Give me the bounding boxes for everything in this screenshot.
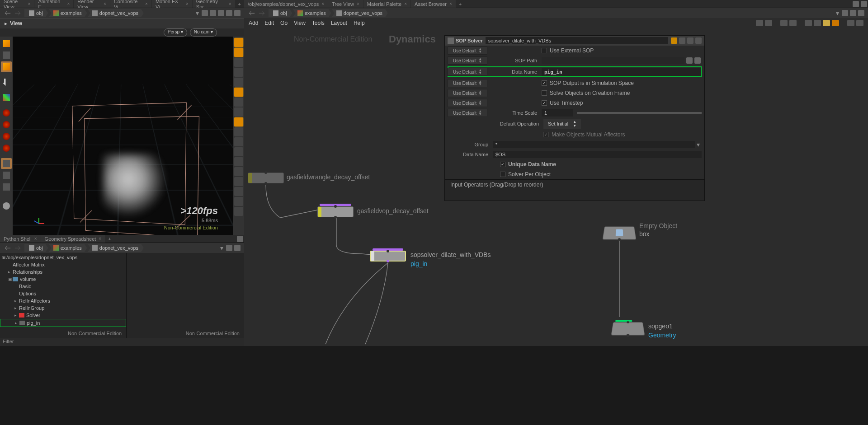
menu-icon-2[interactable]: [765, 20, 772, 26]
rtool-15[interactable]: [234, 177, 243, 186]
info-icon[interactable]: [856, 20, 863, 26]
default-toggle-2[interactable]: Use Default▲▼: [448, 56, 487, 65]
tool-snap3[interactable]: [1, 131, 12, 142]
menu-view[interactable]: View: [294, 20, 306, 26]
rtool-light-icon[interactable]: [234, 88, 243, 97]
script-icon[interactable]: [679, 37, 685, 44]
tree-crumb-dopnet[interactable]: dopnet_vex_vops: [88, 244, 144, 252]
rtool-18[interactable]: [234, 207, 243, 216]
sop-path-picker-icon[interactable]: [686, 57, 693, 64]
tool-snap1[interactable]: [1, 107, 12, 118]
menu-icon-3[interactable]: [780, 20, 788, 26]
check-unique[interactable]: ✓: [500, 162, 505, 167]
check-mutual[interactable]: ✓: [543, 132, 549, 137]
nocam-button[interactable]: No cam ▾: [190, 28, 217, 37]
tree-options[interactable]: Options: [0, 290, 126, 297]
node-emptyobject[interactable]: [603, 226, 637, 239]
tree-root[interactable]: ▣/obj/examples/dopnet_vex_vops: [0, 254, 126, 261]
check-use-timestep[interactable]: ✓: [542, 100, 547, 106]
tab-anim-editor[interactable]: Animation E…×: [34, 0, 73, 8]
net-link-icon[interactable]: [850, 10, 856, 16]
slider-time-scale[interactable]: [577, 112, 702, 114]
tab-scene-view[interactable]: Scene View×: [0, 0, 34, 8]
check-solver-per[interactable]: [500, 172, 505, 177]
node-gasfieldvop[interactable]: [317, 206, 354, 217]
rtool-14[interactable]: [234, 167, 243, 176]
tree-pin-icon[interactable]: [226, 245, 232, 251]
menu-icon-7[interactable]: [823, 20, 830, 26]
menu-icon-1[interactable]: [756, 20, 763, 26]
nav-fwd-icon[interactable]: 🡢: [13, 9, 23, 17]
rtool-11[interactable]: [234, 137, 243, 146]
rtool-16[interactable]: [234, 187, 243, 196]
tool-box[interactable]: [1, 50, 12, 61]
tree-relationships[interactable]: ▸Relationships: [0, 268, 126, 276]
rtool-5[interactable]: [234, 78, 243, 87]
tool-stack3[interactable]: [1, 182, 12, 192]
field-data-name2[interactable]: $OS: [493, 151, 702, 158]
menu-add[interactable]: Add: [249, 20, 258, 26]
check-solve-creation[interactable]: [542, 90, 547, 96]
menu-go[interactable]: Go: [280, 20, 288, 26]
nav-dropdown-icon[interactable]: ▾: [194, 9, 201, 17]
rtool-12[interactable]: [234, 147, 243, 156]
field-time-scale[interactable]: 1: [542, 109, 573, 117]
net-expand-icon[interactable]: [853, 1, 859, 7]
sop-path-jump-icon[interactable]: [694, 57, 701, 64]
field-data-name[interactable]: pig_in: [542, 68, 701, 76]
menu-icon-5[interactable]: [805, 20, 812, 26]
rtool-7[interactable]: [234, 98, 243, 107]
tree-affector[interactable]: Affector Matrix: [0, 261, 126, 268]
pin-icon[interactable]: [202, 10, 208, 16]
net-close-icon[interactable]: [861, 1, 867, 7]
tree-solver[interactable]: ▸Solver: [0, 312, 126, 319]
tree-crumb-obj[interactable]: obj: [24, 244, 48, 252]
tab-render-view[interactable]: Render View×: [74, 0, 110, 8]
link-icon[interactable]: [210, 10, 216, 16]
default-toggle-4[interactable]: Use Default▲▼: [448, 79, 487, 87]
crumb-dopnet[interactable]: dopnet_vex_vops: [88, 9, 144, 17]
rtool-13[interactable]: [234, 157, 243, 166]
node-sopsolver[interactable]: [370, 251, 406, 262]
menu-icon-4[interactable]: [789, 20, 797, 26]
filter-bar[interactable]: Filter: [0, 338, 244, 346]
tab-netpath[interactable]: /obj/examples/dopnet_vex_vops×: [244, 0, 328, 8]
default-toggle-1[interactable]: Use Default▲▼: [448, 47, 487, 55]
tree-relinaff[interactable]: ▸RelInAffectors: [0, 297, 126, 304]
tree-relingrp[interactable]: ▸RelInGroup: [0, 304, 126, 312]
default-toggle-5[interactable]: Use Default▲▼: [448, 89, 487, 97]
net-fwd-icon[interactable]: 🡢: [257, 9, 267, 17]
field-sop-path[interactable]: [542, 57, 684, 64]
net-pin-icon[interactable]: [842, 10, 848, 16]
rtool-lock-icon[interactable]: [234, 58, 243, 67]
tool-snap2[interactable]: [1, 119, 12, 130]
tree-link-icon[interactable]: [234, 245, 241, 251]
rtool-9[interactable]: [234, 117, 243, 126]
menu-icon-6[interactable]: [814, 20, 821, 26]
tool-select[interactable]: [1, 38, 12, 49]
crumb-obj[interactable]: obj: [24, 9, 48, 17]
gear-icon[interactable]: [671, 37, 677, 44]
net-crumb-obj[interactable]: obj: [269, 9, 292, 17]
tab-add[interactable]: +: [236, 0, 244, 8]
info2-icon[interactable]: [695, 37, 702, 44]
viewport-3d[interactable]: >120fps 5.88ms Non-Commercial Edition: [13, 37, 233, 235]
net-back-icon[interactable]: 🡠: [247, 9, 257, 17]
tab-matpal[interactable]: Material Palette×: [363, 0, 410, 8]
tool-stack[interactable]: [1, 158, 12, 169]
tab-composite[interactable]: Composite Vi…×: [110, 0, 151, 8]
tool-move[interactable]: [1, 61, 12, 72]
net-tab-add[interactable]: +: [456, 0, 464, 8]
tab-treeview[interactable]: Tree View×: [328, 0, 363, 8]
tool-render[interactable]: [1, 201, 12, 211]
rtool-10[interactable]: [234, 127, 243, 136]
tool-arrow[interactable]: [1, 77, 12, 88]
tree-view[interactable]: ▣/obj/examples/dopnet_vex_vops Affector …: [0, 253, 127, 338]
net-globe-icon[interactable]: [858, 10, 864, 16]
node-gasfieldwrangle[interactable]: [248, 173, 284, 183]
tree-drop-icon[interactable]: ▾: [218, 244, 225, 252]
param-name-field[interactable]: sopsolver_dilate_with_VDBs: [486, 37, 668, 44]
rtool-4[interactable]: [234, 68, 243, 77]
help-icon[interactable]: [687, 37, 693, 44]
tab-motionfx[interactable]: Motion FX Vi…×: [152, 0, 192, 8]
